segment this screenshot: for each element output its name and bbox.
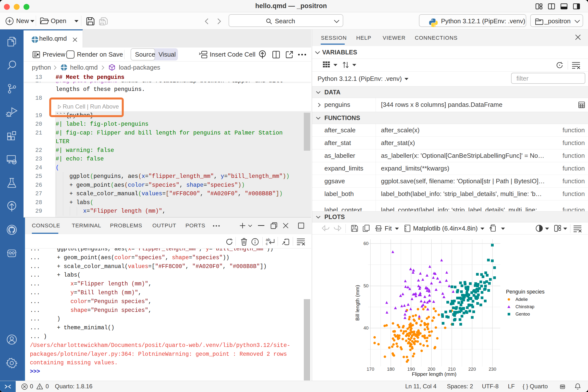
svg-text:220: 220	[468, 366, 476, 372]
svg-text:Chinstrap: Chinstrap	[516, 304, 534, 309]
svg-text:210: 210	[448, 366, 456, 372]
svg-text:ab: ab	[266, 238, 270, 242]
svg-text:Flipper length (mm): Flipper length (mm)	[412, 371, 456, 377]
svg-text:40: 40	[363, 325, 368, 330]
svg-text:Gentoo: Gentoo	[516, 312, 530, 316]
svg-text:Penguin species: Penguin species	[506, 289, 545, 295]
svg-text:Adelie: Adelie	[516, 297, 528, 302]
svg-text:Bill length (mm): Bill length (mm)	[354, 285, 360, 321]
svg-text:180: 180	[387, 366, 395, 372]
svg-text:200: 200	[428, 366, 435, 372]
svg-text:230: 230	[489, 366, 496, 372]
svg-text:60: 60	[363, 241, 368, 246]
svg-text:190: 190	[408, 366, 415, 372]
svg-text:c: c	[266, 242, 268, 246]
svg-text:50: 50	[363, 283, 368, 288]
svg-text:170: 170	[367, 366, 374, 372]
